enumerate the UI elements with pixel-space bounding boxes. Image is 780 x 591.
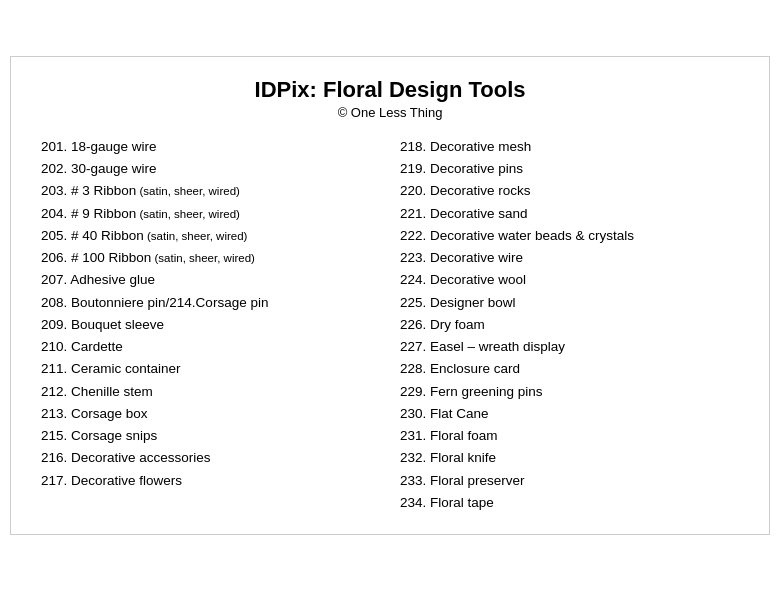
list-item: 217. Decorative flowers (41, 470, 380, 492)
page-title: IDPix: Floral Design Tools (41, 77, 739, 103)
list-item: 201. 18-gauge wire (41, 136, 380, 158)
list-item: 218. Decorative mesh (400, 136, 739, 158)
list-item: 226. Dry foam (400, 314, 739, 336)
list-item: 211. Ceramic container (41, 358, 380, 380)
left-column: 201. 18-gauge wire202. 30-gauge wire203.… (41, 136, 380, 515)
list-item: 203. # 3 Ribbon (satin, sheer, wired) (41, 180, 380, 202)
list-item: 229. Fern greening pins (400, 381, 739, 403)
list-item: 216. Decorative accessories (41, 447, 380, 469)
list-item: 215. Corsage snips (41, 425, 380, 447)
list-item: 208. Boutonniere pin/214.Corsage pin (41, 292, 380, 314)
list-item: 202. 30-gauge wire (41, 158, 380, 180)
columns-container: 201. 18-gauge wire202. 30-gauge wire203.… (41, 136, 739, 515)
list-item: 221. Decorative sand (400, 203, 739, 225)
list-item: 210. Cardette (41, 336, 380, 358)
page-container: IDPix: Floral Design Tools © One Less Th… (10, 56, 770, 536)
list-item: 206. # 100 Ribbon (satin, sheer, wired) (41, 247, 380, 269)
list-item: 213. Corsage box (41, 403, 380, 425)
list-item: 225. Designer bowl (400, 292, 739, 314)
list-item: 207. Adhesive glue (41, 269, 380, 291)
list-item: 232. Floral knife (400, 447, 739, 469)
list-item: 224. Decorative wool (400, 269, 739, 291)
page-subtitle: © One Less Thing (41, 105, 739, 120)
list-item: 222. Decorative water beads & crystals (400, 225, 739, 247)
list-item: 233. Floral preserver (400, 470, 739, 492)
list-item: 204. # 9 Ribbon (satin, sheer, wired) (41, 203, 380, 225)
right-column: 218. Decorative mesh219. Decorative pins… (400, 136, 739, 515)
list-item: 234. Floral tape (400, 492, 739, 514)
list-item: 205. # 40 Ribbon (satin, sheer, wired) (41, 225, 380, 247)
list-item: 223. Decorative wire (400, 247, 739, 269)
list-item: 209. Bouquet sleeve (41, 314, 380, 336)
list-item: 227. Easel – wreath display (400, 336, 739, 358)
list-item: 212. Chenille stem (41, 381, 380, 403)
list-item: 231. Floral foam (400, 425, 739, 447)
list-item: 228. Enclosure card (400, 358, 739, 380)
list-item: 219. Decorative pins (400, 158, 739, 180)
list-item: 220. Decorative rocks (400, 180, 739, 202)
list-item: 230. Flat Cane (400, 403, 739, 425)
